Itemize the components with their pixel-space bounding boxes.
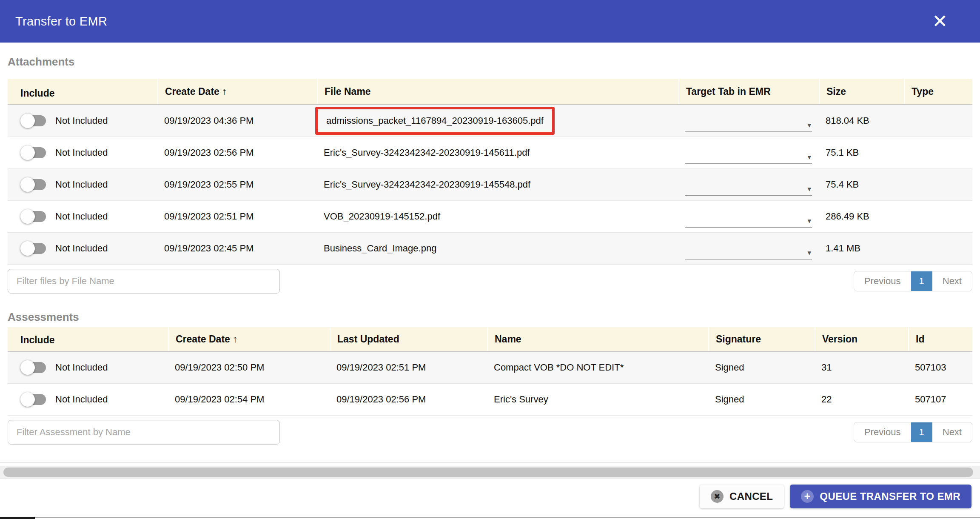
previous-page-button[interactable]: Previous bbox=[854, 422, 911, 442]
target-tab-select[interactable]: ▾ bbox=[685, 213, 812, 228]
background-page-fragment bbox=[0, 517, 35, 519]
table-row: Not Included 09/19/2023 02:50 PM 09/19/2… bbox=[8, 352, 972, 384]
col-header-signature[interactable]: Signature bbox=[708, 327, 815, 351]
assessments-filter-row: Previous 1 Next bbox=[8, 420, 972, 445]
horizontal-scrollbar-thumb[interactable] bbox=[3, 468, 973, 477]
include-toggle[interactable] bbox=[20, 209, 46, 224]
assessment-name-filter-input[interactable] bbox=[8, 420, 280, 445]
include-toggle[interactable] bbox=[20, 360, 46, 375]
target-tab-select[interactable]: ▾ bbox=[685, 181, 812, 196]
name-cell: Eric's Survey bbox=[487, 394, 708, 405]
col-header-create-date[interactable]: Create Date ↑ bbox=[168, 327, 330, 351]
size-cell: 286.49 KB bbox=[819, 211, 904, 222]
file-name-cell: Business_Card_Image.png bbox=[317, 243, 678, 254]
file-name-cell: Eric's_Survey-3242342342-20230919-145611… bbox=[317, 147, 678, 158]
col-header-last-updated[interactable]: Last Updated bbox=[330, 327, 487, 351]
col-header-include[interactable]: Include bbox=[8, 79, 157, 104]
caret-down-icon: ▾ bbox=[807, 154, 811, 161]
file-name-highlight-box: admissions_packet_1167894_20230919-16360… bbox=[315, 107, 555, 135]
cancel-button-label: CANCEL bbox=[729, 490, 773, 502]
page-bottom-edge bbox=[0, 517, 980, 519]
caret-down-icon: ▾ bbox=[807, 185, 811, 193]
table-row: Not Included 09/19/2023 04:36 PM admissi… bbox=[8, 105, 972, 137]
target-tab-select[interactable]: ▾ bbox=[685, 245, 812, 260]
footer-actions: ✖ CANCEL + QUEUE TRANSFER TO EMR bbox=[0, 485, 980, 508]
file-name-cell: Eric's_Survey-3242342342-20230919-145548… bbox=[317, 179, 678, 190]
close-icon[interactable]: ✕ bbox=[932, 12, 948, 31]
include-cell: Not Included bbox=[8, 177, 157, 192]
signature-cell: Signed bbox=[708, 362, 815, 373]
toggle-knob bbox=[20, 114, 35, 128]
id-cell: 507103 bbox=[908, 362, 972, 373]
table-row: Not Included 09/19/2023 02:56 PM Eric's_… bbox=[8, 137, 972, 169]
page-number-button[interactable]: 1 bbox=[911, 271, 932, 291]
assessments-section-title: Assessments bbox=[8, 311, 972, 324]
toggle-knob bbox=[20, 177, 35, 192]
size-cell: 1.41 MB bbox=[819, 243, 904, 254]
plus-icon: + bbox=[801, 490, 814, 503]
file-name-filter-input[interactable] bbox=[8, 269, 280, 294]
create-date-cell: 09/19/2023 02:55 PM bbox=[157, 179, 317, 190]
toggle-knob bbox=[20, 241, 35, 256]
size-cell: 75.1 KB bbox=[819, 147, 904, 158]
next-page-button[interactable]: Next bbox=[932, 422, 972, 442]
toggle-knob bbox=[20, 360, 35, 375]
modal-title: Transfer to EMR bbox=[15, 14, 107, 29]
cancel-x-icon: ✖ bbox=[711, 490, 724, 503]
col-header-name[interactable]: Name bbox=[487, 327, 708, 351]
table-row: Not Included 09/19/2023 02:54 PM 09/19/2… bbox=[8, 384, 972, 416]
assessments-table-header: Include Create Date ↑ Last Updated Name … bbox=[8, 327, 972, 352]
include-cell: Not Included bbox=[8, 209, 157, 224]
last-updated-cell: 09/19/2023 02:51 PM bbox=[330, 362, 487, 373]
include-state-label: Not Included bbox=[55, 115, 108, 126]
attachments-section-title: Attachments bbox=[8, 55, 972, 68]
previous-page-button[interactable]: Previous bbox=[854, 271, 911, 291]
col-header-file-name[interactable]: File Name bbox=[317, 79, 678, 104]
table-row: Not Included 09/19/2023 02:51 PM VOB_202… bbox=[8, 201, 972, 233]
toggle-knob bbox=[20, 145, 35, 160]
assessments-pagination: Previous 1 Next bbox=[854, 422, 972, 442]
queue-transfer-button[interactable]: + QUEUE TRANSFER TO EMR bbox=[790, 485, 971, 508]
col-header-id[interactable]: Id bbox=[908, 327, 972, 351]
include-toggle[interactable] bbox=[20, 145, 46, 160]
modal-header: Transfer to EMR ✕ bbox=[0, 0, 980, 43]
col-header-create-date[interactable]: Create Date ↑ bbox=[157, 79, 317, 104]
page-number-button[interactable]: 1 bbox=[911, 422, 932, 442]
include-cell: Not Included bbox=[8, 145, 157, 160]
include-toggle[interactable] bbox=[20, 177, 46, 192]
include-state-label: Not Included bbox=[55, 243, 108, 254]
horizontal-scrollbar-track[interactable] bbox=[0, 466, 980, 479]
footer-divider bbox=[0, 462, 980, 463]
col-header-target-tab[interactable]: Target Tab in EMR bbox=[678, 79, 819, 104]
target-tab-select[interactable]: ▾ bbox=[685, 149, 812, 164]
target-tab-cell: ▾ bbox=[678, 110, 819, 132]
col-header-type[interactable]: Type bbox=[904, 79, 972, 104]
include-toggle[interactable] bbox=[20, 392, 46, 407]
include-cell: Not Included bbox=[8, 114, 157, 128]
queue-button-label: QUEUE TRANSFER TO EMR bbox=[820, 490, 960, 502]
create-date-cell: 09/19/2023 02:45 PM bbox=[157, 243, 317, 254]
include-toggle[interactable] bbox=[20, 114, 46, 128]
include-toggle[interactable] bbox=[20, 241, 46, 256]
target-tab-cell: ▾ bbox=[678, 205, 819, 228]
include-state-label: Not Included bbox=[55, 394, 108, 405]
signature-cell: Signed bbox=[708, 394, 815, 405]
table-row: Not Included 09/19/2023 02:45 PM Busines… bbox=[8, 233, 972, 265]
id-cell: 507107 bbox=[908, 394, 972, 405]
include-cell: Not Included bbox=[8, 241, 157, 256]
caret-down-icon: ▾ bbox=[807, 217, 811, 225]
version-cell: 22 bbox=[815, 394, 908, 405]
create-date-cell: 09/19/2023 04:36 PM bbox=[157, 115, 317, 126]
col-header-size[interactable]: Size bbox=[819, 79, 904, 104]
create-date-cell: 09/19/2023 02:51 PM bbox=[157, 211, 317, 222]
next-page-button[interactable]: Next bbox=[932, 271, 972, 291]
include-state-label: Not Included bbox=[55, 179, 108, 190]
col-header-include[interactable]: Include bbox=[8, 327, 168, 351]
col-header-version[interactable]: Version bbox=[815, 327, 908, 351]
target-tab-select[interactable]: ▾ bbox=[685, 117, 812, 132]
size-cell: 818.04 KB bbox=[819, 115, 904, 126]
table-row: Not Included 09/19/2023 02:55 PM Eric's_… bbox=[8, 169, 972, 201]
cancel-button[interactable]: ✖ CANCEL bbox=[700, 485, 784, 508]
include-cell: Not Included bbox=[8, 360, 168, 375]
include-state-label: Not Included bbox=[55, 211, 108, 222]
